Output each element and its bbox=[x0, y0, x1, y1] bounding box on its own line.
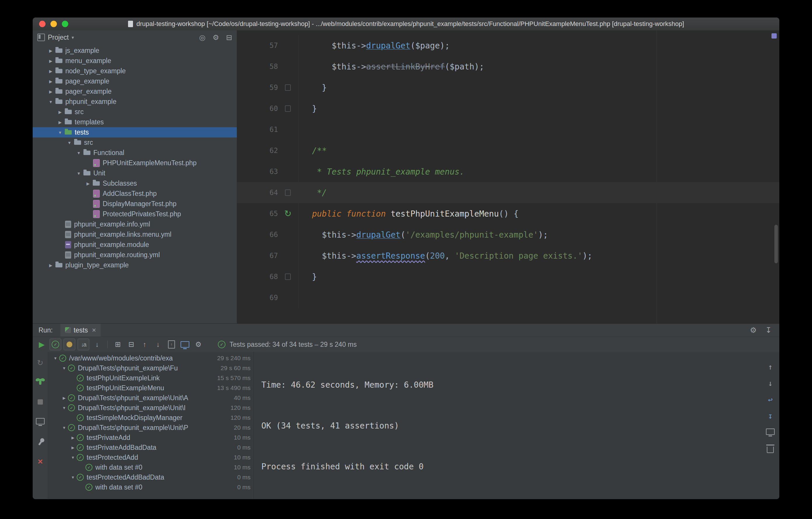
chevron-down-icon[interactable]: ▾ bbox=[72, 35, 74, 40]
project-tree-item[interactable]: ▶node_type_example bbox=[33, 66, 237, 76]
test-console[interactable]: Time: 46.62 seconds, Memory: 6.00MBOK (3… bbox=[254, 352, 779, 499]
gear-icon[interactable]: ⚙ bbox=[213, 33, 219, 42]
project-tree-item[interactable]: ▼src bbox=[33, 137, 237, 148]
test-result-row[interactable]: ▼✓Drupal\Tests\phpunit_example\Unit\P20 … bbox=[48, 423, 254, 433]
chevron-right-icon[interactable]: ▶ bbox=[69, 445, 77, 450]
print-button[interactable] bbox=[766, 428, 775, 437]
open-results-button[interactable] bbox=[36, 417, 45, 427]
project-tree-item[interactable]: phpunit_example.links.menu.yml bbox=[33, 229, 237, 240]
chevron-right-icon[interactable]: ▶ bbox=[47, 79, 55, 84]
expand-all-button[interactable]: ⊞ bbox=[112, 339, 123, 350]
gutter-marker-icon[interactable] bbox=[285, 105, 291, 112]
chevron-down-icon[interactable]: ▼ bbox=[69, 475, 77, 480]
title-bar[interactable]: drupal-testing-workshop [~/Code/os/drupa… bbox=[33, 18, 779, 31]
line-number[interactable]: 63 bbox=[237, 168, 278, 176]
editor-line[interactable]: 58 $this->assertLinkByHref($path); bbox=[237, 56, 779, 77]
editor-line[interactable]: 59 } bbox=[237, 77, 779, 98]
editor-line[interactable]: 62 /** bbox=[237, 140, 779, 161]
code-editor[interactable]: 57 $this->drupalGet($page);58 $this->ass… bbox=[237, 30, 779, 323]
line-number[interactable]: 68 bbox=[237, 273, 278, 281]
editor-scrollbar[interactable] bbox=[774, 225, 778, 263]
editor-line[interactable]: 65↻ public function testPhpUnitExampleMe… bbox=[237, 203, 779, 224]
editor-line[interactable]: 67 $this->assertResponse(200, 'Descripti… bbox=[237, 245, 779, 266]
test-result-row[interactable]: ▶✓testPrivateAddBadData0 ms bbox=[48, 442, 254, 453]
chevron-down-icon[interactable]: ▼ bbox=[47, 100, 55, 104]
project-tree-item[interactable]: ▶menu_example bbox=[33, 56, 237, 66]
chevron-down-icon[interactable]: ▼ bbox=[52, 356, 59, 360]
chevron-down-icon[interactable]: ▼ bbox=[65, 140, 74, 145]
test-result-row[interactable]: ▼✓/var/www/web/modules/contrib/exa29 s 2… bbox=[48, 353, 254, 363]
line-number[interactable]: 62 bbox=[237, 146, 278, 155]
test-result-row[interactable]: ▼✓Drupal\Tests\phpunit_example\Fu29 s 60… bbox=[48, 363, 254, 373]
previous-failed-test-button[interactable]: ↑ bbox=[139, 339, 150, 350]
project-tree-item[interactable]: ▶src bbox=[33, 107, 237, 117]
test-result-row[interactable]: ▼✓testProtectedAddBadData0 ms bbox=[48, 472, 254, 482]
test-result-row[interactable]: ▼✓testProtectedAdd10 ms bbox=[48, 453, 254, 462]
project-tree-item[interactable]: ▼tests bbox=[33, 127, 237, 137]
test-result-row[interactable]: ▶✓testPrivateAdd10 ms bbox=[48, 433, 254, 442]
close-tab-button[interactable]: × bbox=[38, 457, 43, 466]
collapse-all-button[interactable]: ⊟ bbox=[126, 339, 137, 350]
test-result-row[interactable]: ▶✓Drupal\Tests\phpunit_example\Unit\A40 … bbox=[48, 393, 254, 403]
editor-line[interactable]: 61 bbox=[237, 119, 779, 140]
project-tree-item[interactable]: ▼Functional bbox=[33, 148, 237, 158]
hide-panel-button[interactable]: ↧ bbox=[765, 326, 772, 335]
export-test-results-button[interactable]: ↑ bbox=[166, 339, 177, 350]
close-icon[interactable]: × bbox=[92, 326, 96, 334]
project-tree-item[interactable]: ProtectedPrivatesTest.php bbox=[33, 209, 237, 219]
sort-alphabetically-toggle[interactable]: ↓a bbox=[78, 338, 89, 350]
gutter-marker-icon[interactable] bbox=[285, 274, 291, 280]
next-failed-test-button[interactable]: ↓ bbox=[152, 339, 164, 350]
inspection-indicator[interactable] bbox=[772, 33, 777, 38]
chevron-down-icon[interactable]: ▼ bbox=[60, 366, 68, 371]
chevron-down-icon[interactable]: ▼ bbox=[75, 151, 83, 155]
pin-tab-button[interactable] bbox=[39, 438, 41, 447]
scroll-to-end-button[interactable]: ↧ bbox=[768, 412, 773, 420]
project-tree-item[interactable]: phpunit_example.routing.yml bbox=[33, 250, 237, 260]
line-number[interactable]: 61 bbox=[237, 126, 278, 134]
sort-by-duration-button[interactable]: ↓ bbox=[92, 339, 103, 350]
chevron-down-icon[interactable]: ▼ bbox=[60, 406, 68, 410]
chevron-right-icon[interactable]: ▶ bbox=[47, 59, 55, 63]
test-result-row[interactable]: ▼✓Drupal\Tests\phpunit_example\Unit\I120… bbox=[48, 403, 254, 413]
run-test-icon[interactable]: ↻ bbox=[284, 209, 291, 218]
project-tree-item[interactable]: PHPUnitExampleMenuTest.php bbox=[33, 158, 237, 168]
zoom-window-button[interactable] bbox=[62, 21, 68, 27]
project-tree-item[interactable]: phpunit_example.info.yml bbox=[33, 219, 237, 229]
chevron-right-icon[interactable]: ▶ bbox=[69, 436, 77, 440]
chevron-down-icon[interactable]: ▼ bbox=[69, 455, 77, 460]
test-result-row[interactable]: ✓testPhpUnitExampleMenu13 s 490 ms bbox=[48, 383, 254, 393]
project-tree-item[interactable]: ▶js_example bbox=[33, 46, 237, 56]
soft-wrap-toggle[interactable]: ↩ bbox=[768, 395, 773, 404]
editor-line[interactable]: 63 * Tests phpunit_example menus. bbox=[237, 161, 779, 182]
stop-button[interactable] bbox=[38, 398, 43, 407]
gutter-marker-icon[interactable] bbox=[285, 189, 291, 196]
collapse-all-button[interactable]: ⊟ bbox=[226, 33, 232, 42]
import-test-results-button[interactable] bbox=[179, 339, 191, 350]
chevron-right-icon[interactable]: ▶ bbox=[47, 69, 55, 74]
project-tree-item[interactable]: ▼phpunit_example bbox=[33, 97, 237, 107]
chevron-right-icon[interactable]: ▶ bbox=[47, 263, 55, 268]
editor-line[interactable]: 69 bbox=[237, 287, 779, 308]
line-number[interactable]: 57 bbox=[237, 42, 278, 50]
line-number[interactable]: 59 bbox=[237, 83, 278, 92]
line-number[interactable]: 65 bbox=[237, 210, 278, 218]
project-tree-item[interactable]: ▶page_example bbox=[33, 76, 237, 86]
chevron-down-icon[interactable]: ▼ bbox=[75, 171, 83, 176]
close-window-button[interactable] bbox=[39, 21, 46, 27]
test-settings-button[interactable]: ⚙ bbox=[193, 339, 204, 350]
line-number[interactable]: 60 bbox=[237, 105, 278, 113]
chevron-right-icon[interactable]: ▶ bbox=[56, 120, 64, 125]
run-tab-tests[interactable]: tests × bbox=[60, 324, 101, 336]
line-number[interactable]: 64 bbox=[237, 189, 278, 197]
chevron-right-icon[interactable]: ▶ bbox=[60, 396, 68, 400]
chevron-down-icon[interactable]: ▼ bbox=[60, 426, 68, 430]
minimize-window-button[interactable] bbox=[51, 21, 57, 27]
project-tree-item[interactable]: AddClassTest.php bbox=[33, 189, 237, 199]
up-stacktrace-button[interactable]: ↑ bbox=[768, 362, 773, 371]
down-stacktrace-button[interactable]: ↓ bbox=[768, 379, 773, 388]
editor-line[interactable]: 66 $this->drupalGet('/examples/phpunit-e… bbox=[237, 224, 779, 245]
test-result-row[interactable]: ✓with data set #010 ms bbox=[48, 462, 254, 472]
editor-line[interactable]: 64 */ bbox=[237, 182, 779, 203]
show-ignored-toggle[interactable] bbox=[64, 338, 75, 350]
